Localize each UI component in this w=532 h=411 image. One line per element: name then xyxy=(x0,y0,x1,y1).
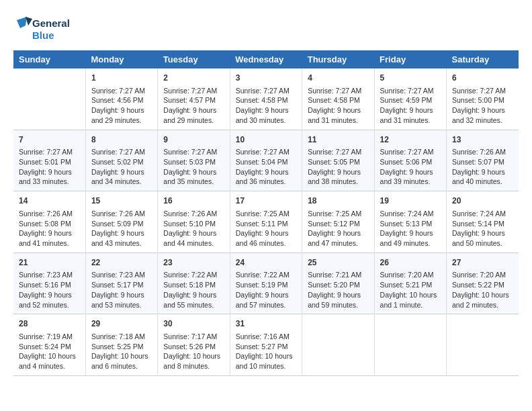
column-header-monday: Monday xyxy=(85,50,157,68)
day-number: 15 xyxy=(91,195,152,207)
calendar-cell: 24Sunrise: 7:22 AMSunset: 5:19 PMDayligh… xyxy=(230,253,302,314)
day-number: 18 xyxy=(308,195,368,207)
logo: GeneralBlue xyxy=(13,13,74,44)
calendar-cell: 18Sunrise: 7:25 AMSunset: 5:12 PMDayligh… xyxy=(302,191,374,253)
calendar-cell: 9Sunrise: 7:27 AMSunset: 5:03 PMDaylight… xyxy=(158,130,230,191)
logo-icon: GeneralBlue xyxy=(13,13,74,44)
day-info: Sunrise: 7:27 AMSunset: 4:59 PMDaylight:… xyxy=(380,86,441,126)
day-number: 28 xyxy=(19,318,80,330)
calendar-cell: 27Sunrise: 7:20 AMSunset: 5:22 PMDayligh… xyxy=(447,253,519,314)
day-number: 1 xyxy=(91,73,152,84)
calendar-cell: 16Sunrise: 7:26 AMSunset: 5:10 PMDayligh… xyxy=(158,191,230,253)
calendar-cell: 12Sunrise: 7:27 AMSunset: 5:06 PMDayligh… xyxy=(374,130,446,191)
day-number: 5 xyxy=(380,73,441,84)
day-number: 2 xyxy=(163,73,224,84)
day-info: Sunrise: 7:18 AMSunset: 5:25 PMDaylight:… xyxy=(91,332,152,371)
svg-text:General: General xyxy=(32,17,70,29)
day-number: 8 xyxy=(91,134,152,146)
calendar-cell: 28Sunrise: 7:19 AMSunset: 5:24 PMDayligh… xyxy=(13,314,85,376)
calendar-cell: 30Sunrise: 7:17 AMSunset: 5:26 PMDayligh… xyxy=(158,314,230,376)
day-info: Sunrise: 7:26 AMSunset: 5:09 PMDaylight:… xyxy=(91,209,152,248)
calendar-cell: 23Sunrise: 7:22 AMSunset: 5:18 PMDayligh… xyxy=(158,253,230,314)
svg-marker-1 xyxy=(26,17,32,26)
day-number: 26 xyxy=(380,257,441,269)
calendar-week-5: 28Sunrise: 7:19 AMSunset: 5:24 PMDayligh… xyxy=(13,314,519,376)
calendar-header: SundayMondayTuesdayWednesdayThursdayFrid… xyxy=(13,50,519,68)
day-info: Sunrise: 7:23 AMSunset: 5:16 PMDaylight:… xyxy=(19,270,80,310)
day-info: Sunrise: 7:22 AMSunset: 5:18 PMDaylight:… xyxy=(163,270,224,310)
day-info: Sunrise: 7:26 AMSunset: 5:10 PMDaylight:… xyxy=(163,209,224,248)
day-number: 12 xyxy=(380,134,441,146)
day-number: 9 xyxy=(163,134,224,146)
calendar-cell: 8Sunrise: 7:27 AMSunset: 5:02 PMDaylight… xyxy=(85,130,157,191)
calendar-week-3: 14Sunrise: 7:26 AMSunset: 5:08 PMDayligh… xyxy=(13,191,519,253)
day-info: Sunrise: 7:22 AMSunset: 5:19 PMDaylight:… xyxy=(236,270,296,310)
day-number: 14 xyxy=(19,195,80,207)
day-number: 11 xyxy=(308,134,368,146)
page-header: GeneralBlue xyxy=(13,13,519,44)
day-number: 10 xyxy=(236,134,296,146)
calendar-cell: 13Sunrise: 7:26 AMSunset: 5:07 PMDayligh… xyxy=(447,130,519,191)
calendar-body: 1Sunrise: 7:27 AMSunset: 4:56 PMDaylight… xyxy=(13,68,519,375)
day-number: 22 xyxy=(91,257,152,269)
calendar-cell: 14Sunrise: 7:26 AMSunset: 5:08 PMDayligh… xyxy=(13,191,85,253)
day-number: 13 xyxy=(452,134,513,146)
calendar-cell: 6Sunrise: 7:27 AMSunset: 5:00 PMDaylight… xyxy=(447,68,519,130)
calendar-cell: 25Sunrise: 7:21 AMSunset: 5:20 PMDayligh… xyxy=(302,253,374,314)
day-info: Sunrise: 7:24 AMSunset: 5:14 PMDaylight:… xyxy=(452,209,513,248)
calendar-week-1: 1Sunrise: 7:27 AMSunset: 4:56 PMDaylight… xyxy=(13,68,519,130)
day-number: 19 xyxy=(380,195,441,207)
day-info: Sunrise: 7:23 AMSunset: 5:17 PMDaylight:… xyxy=(91,270,152,310)
day-info: Sunrise: 7:26 AMSunset: 5:07 PMDaylight:… xyxy=(452,147,513,187)
column-header-wednesday: Wednesday xyxy=(230,50,302,68)
column-header-tuesday: Tuesday xyxy=(158,50,230,68)
day-info: Sunrise: 7:27 AMSunset: 5:05 PMDaylight:… xyxy=(308,147,368,187)
calendar-cell xyxy=(13,68,85,130)
calendar-cell xyxy=(374,314,446,376)
calendar-cell: 7Sunrise: 7:27 AMSunset: 5:01 PMDaylight… xyxy=(13,130,85,191)
calendar-cell: 21Sunrise: 7:23 AMSunset: 5:16 PMDayligh… xyxy=(13,253,85,314)
calendar-cell: 2Sunrise: 7:27 AMSunset: 4:57 PMDaylight… xyxy=(158,68,230,130)
calendar-cell: 22Sunrise: 7:23 AMSunset: 5:17 PMDayligh… xyxy=(85,253,157,314)
calendar-cell xyxy=(302,314,374,376)
day-info: Sunrise: 7:27 AMSunset: 5:06 PMDaylight:… xyxy=(380,147,441,187)
column-header-saturday: Saturday xyxy=(447,50,519,68)
day-info: Sunrise: 7:17 AMSunset: 5:26 PMDaylight:… xyxy=(163,332,224,371)
calendar-table: SundayMondayTuesdayWednesdayThursdayFrid… xyxy=(13,50,519,376)
calendar-cell: 26Sunrise: 7:20 AMSunset: 5:21 PMDayligh… xyxy=(374,253,446,314)
svg-text:Blue: Blue xyxy=(32,30,54,41)
day-info: Sunrise: 7:27 AMSunset: 5:01 PMDaylight:… xyxy=(19,147,80,187)
day-number: 21 xyxy=(19,257,80,269)
day-info: Sunrise: 7:27 AMSunset: 5:00 PMDaylight:… xyxy=(452,86,513,126)
calendar-cell: 3Sunrise: 7:27 AMSunset: 4:58 PMDaylight… xyxy=(230,68,302,130)
day-number: 29 xyxy=(91,318,152,330)
day-number: 23 xyxy=(163,257,224,269)
calendar-cell: 29Sunrise: 7:18 AMSunset: 5:25 PMDayligh… xyxy=(85,314,157,376)
calendar-cell: 15Sunrise: 7:26 AMSunset: 5:09 PMDayligh… xyxy=(85,191,157,253)
calendar-week-2: 7Sunrise: 7:27 AMSunset: 5:01 PMDaylight… xyxy=(13,130,519,191)
day-info: Sunrise: 7:19 AMSunset: 5:24 PMDaylight:… xyxy=(19,332,80,371)
calendar-cell: 1Sunrise: 7:27 AMSunset: 4:56 PMDaylight… xyxy=(85,68,157,130)
day-number: 27 xyxy=(452,257,513,269)
day-number: 7 xyxy=(19,134,80,146)
day-info: Sunrise: 7:27 AMSunset: 4:58 PMDaylight:… xyxy=(308,86,368,126)
calendar-cell: 4Sunrise: 7:27 AMSunset: 4:58 PMDaylight… xyxy=(302,68,374,130)
day-info: Sunrise: 7:27 AMSunset: 5:04 PMDaylight:… xyxy=(236,147,296,187)
day-info: Sunrise: 7:20 AMSunset: 5:21 PMDaylight:… xyxy=(380,270,441,310)
day-info: Sunrise: 7:27 AMSunset: 4:56 PMDaylight:… xyxy=(91,86,152,126)
day-number: 20 xyxy=(452,195,513,207)
day-info: Sunrise: 7:27 AMSunset: 4:58 PMDaylight:… xyxy=(236,86,296,126)
calendar-cell: 11Sunrise: 7:27 AMSunset: 5:05 PMDayligh… xyxy=(302,130,374,191)
calendar-cell: 17Sunrise: 7:25 AMSunset: 5:11 PMDayligh… xyxy=(230,191,302,253)
day-number: 31 xyxy=(236,318,296,330)
calendar-cell xyxy=(447,314,519,376)
calendar-cell: 10Sunrise: 7:27 AMSunset: 5:04 PMDayligh… xyxy=(230,130,302,191)
calendar-cell: 5Sunrise: 7:27 AMSunset: 4:59 PMDaylight… xyxy=(374,68,446,130)
day-info: Sunrise: 7:25 AMSunset: 5:11 PMDaylight:… xyxy=(236,209,296,248)
svg-marker-0 xyxy=(17,17,27,28)
day-number: 6 xyxy=(452,73,513,84)
column-header-sunday: Sunday xyxy=(13,50,85,68)
day-number: 30 xyxy=(163,318,224,330)
day-info: Sunrise: 7:27 AMSunset: 5:03 PMDaylight:… xyxy=(163,147,224,187)
calendar-cell: 31Sunrise: 7:16 AMSunset: 5:27 PMDayligh… xyxy=(230,314,302,376)
